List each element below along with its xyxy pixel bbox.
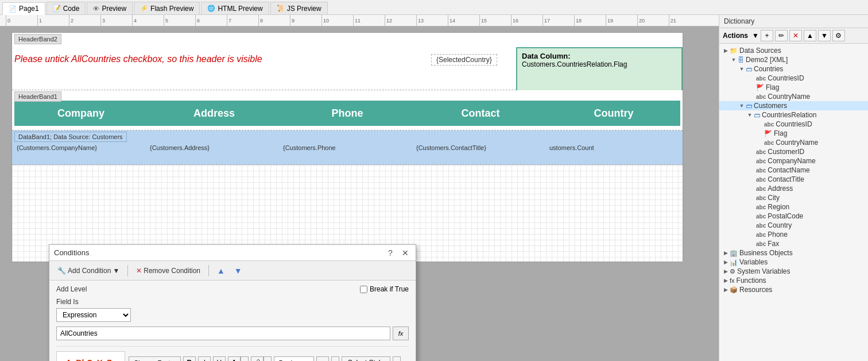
tab-code[interactable]: 📝 Code [46, 2, 86, 14]
data-row: {Customers.CompanyName} {Customers.Addre… [14, 144, 680, 151]
tab-html-preview[interactable]: 🌐 HTML Preview [201, 2, 269, 14]
red-warning-text: Please untick AllCountries checkbox, so … [14, 54, 262, 64]
canvas-scroll[interactable]: HeaderBand2 Please untick AllCountries c… [0, 26, 719, 361]
add-condition-dropdown-icon: ▼ [113, 267, 119, 275]
ruler-mark: 2 [69, 15, 100, 26]
expander-sysvar[interactable]: ▶ [722, 268, 730, 274]
underline-button[interactable]: U [213, 356, 226, 361]
code-icon: 📝 [53, 5, 61, 12]
ruler-mark: 5 [164, 15, 195, 26]
dict-up-button[interactable]: ▲ [804, 30, 816, 41]
tree-item-cr-flag[interactable]: 🚩 Flag [719, 129, 868, 138]
remove-condition-button[interactable]: ✕ Remove Condition [133, 266, 204, 276]
tree-item-cr-countries-id[interactable]: abc CountriesID [719, 120, 868, 129]
expression-input[interactable] [56, 327, 390, 340]
border-select[interactable]: Border [274, 356, 314, 361]
tree-item-customer-id[interactable]: abc CustomerID [719, 147, 868, 156]
change-font-button[interactable]: Change Font... [129, 356, 181, 361]
list-dropdown-button[interactable]: ▼ [331, 356, 339, 361]
dict-delete-button[interactable]: ✕ [789, 30, 802, 41]
expander-funcs[interactable]: ▶ [722, 278, 730, 283]
remove-condition-label: Remove Condition [144, 267, 200, 275]
tab-js-preview[interactable]: 📜 JS Preview [270, 2, 328, 14]
dict-settings-button[interactable]: ⚙ [832, 30, 845, 41]
tab-page1[interactable]: 📄 Page1 [2, 2, 45, 15]
tree-item-system-variables[interactable]: ▶ ⚙ System Variables [719, 267, 868, 276]
expander-demo2[interactable]: ▼ [730, 57, 738, 63]
fax-label: Fax [768, 240, 779, 248]
tree-item-country-name[interactable]: abc CountryName [719, 92, 868, 101]
fx-button[interactable]: fx [393, 327, 409, 340]
dialog-close-button[interactable]: ✕ [400, 247, 411, 259]
font-color-dropdown-button[interactable]: ▼ [241, 356, 249, 361]
highlight-color-button[interactable]: 🖊 [251, 356, 264, 361]
tree-item-city[interactable]: abc City [719, 193, 868, 202]
move-down-button[interactable]: ▼ [231, 265, 246, 276]
break-if-true-checkbox[interactable] [360, 286, 367, 293]
customers-label: Customers [754, 102, 787, 110]
expander-vars[interactable]: ▶ [722, 259, 730, 265]
tree-item-postal-code[interactable]: abc PostalCode [719, 212, 868, 221]
dialog-title-bar: Conditions ? ✕ [49, 245, 416, 261]
expander-bo[interactable]: ▶ [722, 250, 730, 256]
italic-button[interactable]: I [198, 356, 211, 361]
tree-item-company-name[interactable]: abc CompanyName [719, 156, 868, 166]
add-condition-button[interactable]: 🔧 Add Condition ▼ [54, 266, 123, 276]
tab-preview[interactable]: 👁 Preview [87, 2, 133, 14]
tree-item-countries[interactable]: ▼ 🗃 Countries [719, 64, 868, 74]
tree-item-variables[interactable]: ▶ 📊 Variables [719, 258, 868, 267]
expander-data-sources[interactable]: ▶ [722, 48, 730, 53]
dict-add-button[interactable]: + [761, 30, 773, 41]
select-style-dropdown-button[interactable]: ▼ [393, 356, 401, 361]
res-icon: 📦 [730, 286, 738, 294]
actions-label: Actions [723, 32, 748, 40]
tree-item-fax[interactable]: abc Fax [719, 239, 868, 248]
field-is-select[interactable]: Expression [56, 308, 131, 322]
move-up-button[interactable]: ▲ [214, 265, 228, 276]
tree-item-customers[interactable]: ▼ 🗃 Customers [719, 101, 868, 110]
add-level-button[interactable]: Add Level [56, 285, 87, 293]
tree-item-contact-title[interactable]: abc ContactTitle [719, 175, 868, 184]
tree-item-flag[interactable]: 🚩 Flag [719, 83, 868, 92]
dialog-help-button[interactable]: ? [385, 247, 396, 259]
ruler-mark: 14 [448, 15, 479, 26]
tree-item-data-sources[interactable]: ▶ 📁 Data Sources [719, 46, 868, 55]
dict-down-button[interactable]: ▼ [818, 30, 831, 41]
tree-item-countries-id[interactable]: abc CountriesID [719, 74, 868, 83]
country-label: Country [768, 221, 792, 229]
highlight-icon: 🖊 [254, 359, 260, 362]
font-color-button[interactable]: A [228, 356, 241, 361]
highlight-color-dropdown-button[interactable]: ▼ [264, 356, 272, 361]
select-style-button[interactable]: Select Style [342, 356, 390, 361]
cr-countries-id-label: CountriesID [776, 120, 812, 128]
expander-customers[interactable]: ▼ [738, 103, 746, 109]
field-icon-cr-cid: abc [764, 121, 774, 128]
tree-item-country[interactable]: abc Country [719, 221, 868, 230]
bold-button[interactable]: B [183, 356, 196, 361]
tree-item-demo2[interactable]: ▼ 🗄 Demo2 [XML] [719, 55, 868, 64]
tree-item-countries-relation[interactable]: ▼ 🗃 CountriesRelation [719, 110, 868, 120]
expander-res[interactable]: ▶ [722, 287, 730, 293]
ruler-mark: 10 [321, 15, 353, 26]
countries-label: Countries [754, 65, 783, 73]
list-button[interactable]: ≡ [316, 356, 329, 361]
tree-item-resources[interactable]: ▶ 📦 Resources [719, 285, 868, 294]
tree-item-contact-name[interactable]: abc ContactName [719, 166, 868, 175]
expander-countries-relation[interactable]: ▼ [746, 112, 754, 118]
tree-item-cr-country-name[interactable]: abc CountryName [719, 138, 868, 147]
dialog-toolbar: 🔧 Add Condition ▼ ✕ Remove Condition ▲ [49, 261, 416, 281]
tree-item-business-objects[interactable]: ▶ 🏢 Business Objects [719, 248, 868, 258]
field-icon-phone: abc [756, 232, 766, 238]
tree-item-region[interactable]: abc Region [719, 202, 868, 212]
field-icon-countries-id: abc [756, 75, 766, 82]
tree-item-functions[interactable]: ▶ fx Functions [719, 276, 868, 285]
dict-edit-button[interactable]: ✏ [775, 30, 788, 41]
selected-country-placeholder: {SelectedCountry} [431, 54, 497, 66]
tree-item-address[interactable]: abc Address [719, 184, 868, 193]
tab-preview-label: Preview [102, 5, 126, 13]
tree-item-phone[interactable]: abc Phone [719, 230, 868, 239]
expander-countries[interactable]: ▼ [738, 66, 746, 72]
ruler-mark: 11 [353, 15, 385, 26]
tab-flash-preview[interactable]: ⚡ Flash Preview [134, 2, 200, 14]
dialog-controls: ? ✕ [385, 247, 411, 259]
